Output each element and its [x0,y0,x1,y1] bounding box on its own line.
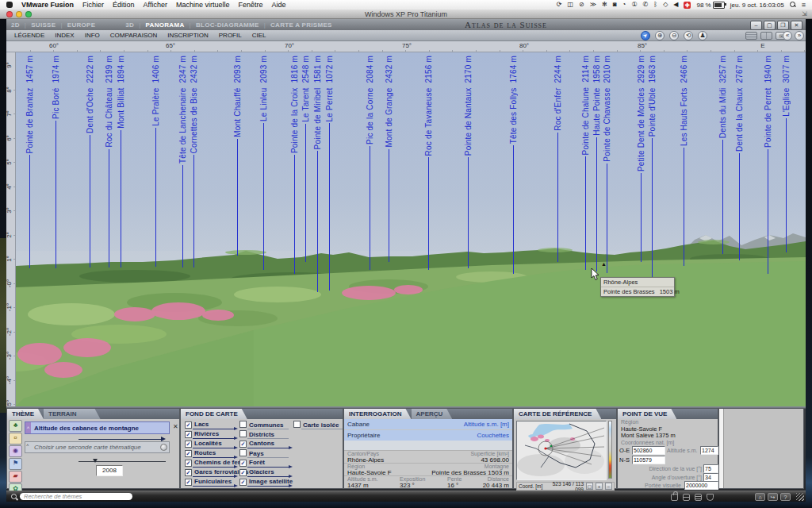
menubar-item[interactable]: Afficher [144,0,167,10]
app-menu-inscription[interactable]: INSCRIPTION [167,32,209,39]
fullscreen-icon[interactable]: ⇲ [802,10,807,17]
resize-grip[interactable] [796,493,804,501]
apple-menu-icon[interactable] [6,2,13,8]
state-theme-icon[interactable]: ⚑ [9,458,22,470]
app-maximize-button[interactable]: ▢ [764,21,776,30]
layer-slider[interactable] [193,448,234,448]
menubar-item[interactable]: Machine virtuelle [176,0,230,10]
display-icon[interactable]: ◫ [567,0,573,10]
layer-toggle-forêt[interactable]: ✓Forêt [239,459,287,468]
checkbox-icon[interactable]: ✓ [239,460,247,467]
battery-indicator[interactable]: 98 % [696,2,724,9]
layer-toggle-glaciers[interactable]: ✓Glaciers [239,468,287,478]
checkbox-icon[interactable]: ✓ [185,469,192,476]
altitude-field[interactable] [700,446,718,455]
direction-field[interactable] [703,464,718,473]
layer-toggle-pays[interactable]: Pays [239,449,287,459]
mode-tab-2d[interactable]: 2D [11,21,20,29]
layer-slider[interactable] [193,438,234,439]
checkbox-icon[interactable]: ✓ [185,479,192,486]
layer-toggle-chemins-de-fer[interactable]: ✓Chemins de fer [185,459,232,468]
window-minimize-button[interactable] [16,11,22,17]
layer-toggle-rivières[interactable]: ✓Rivières [185,430,232,440]
theme-tab-thème[interactable]: THÈME [7,409,44,419]
vegetation-theme-icon[interactable]: ♣ [9,420,22,432]
app-menu-profil[interactable]: PROFIL [219,32,242,39]
app-menu-légende[interactable]: LÉGENDE [14,32,44,39]
menubar-item[interactable]: Fichier [82,0,104,10]
pan-tool-button[interactable]: ➤ [641,31,650,40]
app-menu-index[interactable]: INDEX [55,32,74,39]
layer-toggle-cantons[interactable]: ✓Cantons [239,440,287,449]
layer-toggle-lacs[interactable]: ✓Lacs [185,421,232,430]
checkbox-icon[interactable] [239,449,247,456]
volume-icon[interactable]: ◀ [673,0,678,10]
layer-toggle-localités[interactable]: ✓Localités [185,440,232,449]
checkbox-icon[interactable]: ✓ [185,431,192,438]
layer-slider[interactable] [247,457,289,458]
info-icon[interactable]: ① [631,0,637,10]
checkbox-icon[interactable] [239,421,247,428]
mode-tab-carte-a-prismes[interactable]: CARTE A PRISMES [270,21,332,29]
reference-map-panel-tab[interactable]: CARTE DE RÉFÉRENCE [514,409,601,419]
spotlight-icon[interactable] [790,2,796,8]
mode-tab-3d[interactable]: 3D [125,21,134,29]
menubar-item[interactable]: Édition [113,0,135,10]
dock-icon[interactable]: ◙ [613,0,617,10]
society-theme-icon[interactable]: ◉ [9,445,22,457]
home-button[interactable]: ⌂ [755,493,765,501]
app-menu-comparaison[interactable]: COMPARAISON [110,32,157,39]
layer-toggle-routes[interactable]: ✓Routes [185,449,232,459]
menubar-item[interactable]: Aide [271,0,285,10]
checkbox-icon[interactable]: ✓ [239,479,247,486]
panorama-view[interactable]: Pointe de Brantaz 1457 mPic Boré 1974 mD… [16,52,806,406]
sync-icon[interactable]: ⟳ [557,0,562,10]
layer-slider[interactable] [193,467,234,468]
back-button[interactable]: « [783,31,792,40]
layer-slider[interactable] [247,429,289,429]
checkbox-icon[interactable]: ✓ [239,441,247,448]
refresh-button[interactable]: ⟲ [684,31,693,40]
menubar-clock[interactable]: jeu. 9 oct. 16:03:05 [730,2,784,9]
help-button[interactable]: ? [780,493,791,501]
mode-tab-panorama[interactable]: PANORAMA [146,21,185,29]
query-row-cabane[interactable]: Cabane Altitude s.m. [m] [344,419,512,429]
layer-toggle-gares-ferroviaires[interactable]: ✓Gares ferroviaires [185,468,232,478]
menulist-icon[interactable]: ≡ [802,1,806,9]
economy-theme-icon[interactable]: ¤ [9,433,22,444]
vm-window-titlebar[interactable]: Windows XP Pro Titanium ⇲ [0,10,812,19]
zoom-out-button[interactable]: ⊖ [669,31,679,40]
map-zoom-in-button[interactable]: + [596,483,603,490]
theme-search-input[interactable] [20,493,132,500]
link-button[interactable]: ↪ [768,493,778,501]
selected-theme-box[interactable]: ˄ Altitude des cabanes de montagne [25,421,170,434]
legend-panel-button[interactable] [745,32,757,40]
base-map-panel-tab[interactable]: FOND DE CARTE [181,409,247,419]
time-machine-icon[interactable]: ◔ [622,0,626,10]
viewpoint-button[interactable]: ♟ [698,31,707,40]
combo-knob-icon[interactable] [160,444,167,451]
theme-tab-terrain[interactable]: TERRAIN [44,409,101,419]
checkbox-icon[interactable]: ✓ [239,469,247,476]
transport-theme-icon[interactable]: ▰ [9,471,22,483]
layer-toggle-communes[interactable]: Communes [239,421,287,430]
checkbox-icon[interactable] [293,421,301,428]
keyboard-layout-icon[interactable]: ✚ [684,2,691,9]
layer-slider[interactable] [247,476,289,477]
mode-tab-suisse[interactable]: SUISSE [31,21,56,29]
ns-field[interactable] [632,456,665,464]
layer-slider[interactable] [247,467,289,468]
year-field[interactable]: 2008 [96,465,123,476]
menubar-item[interactable]: Fenêtre [238,0,262,10]
extent-button[interactable]: ▢ [586,483,593,490]
second-theme-combo[interactable]: ˄ Choisir une seconde carte thématique [25,441,170,453]
layer-toggle-funiculaires[interactable]: ✓Funiculaires [185,478,232,487]
phone-icon[interactable]: ✆ [643,0,649,10]
mode-tab-europe[interactable]: EUROPE [67,21,96,29]
layer-slider[interactable] [247,486,289,487]
wifi-icon[interactable]: ◇ [663,0,668,10]
visual-range-field[interactable] [684,481,718,490]
split-view-button[interactable] [760,32,772,40]
layer-slider[interactable] [247,448,289,448]
menubar-item[interactable]: VMware Fusion [21,0,74,10]
